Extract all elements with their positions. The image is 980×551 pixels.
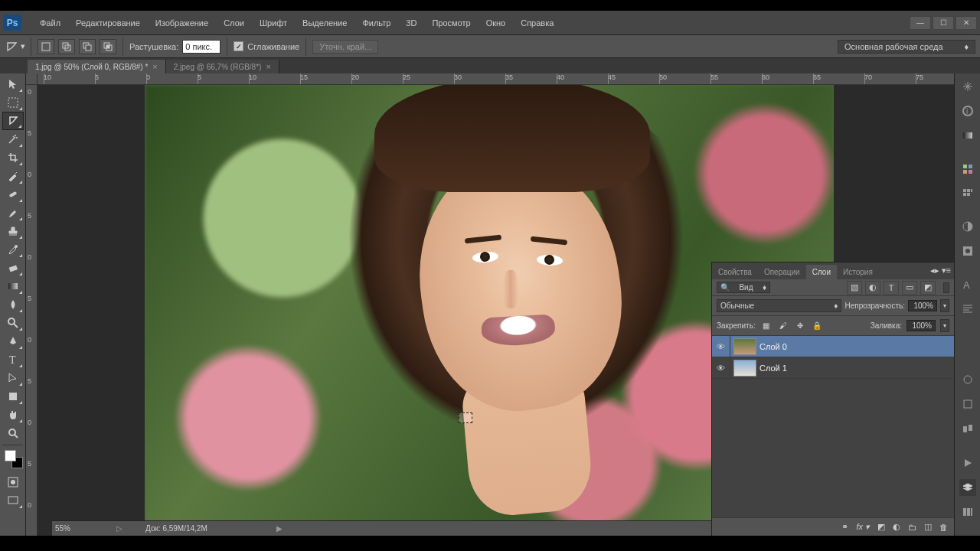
blend-mode-select[interactable]: Обычные♦ bbox=[717, 299, 841, 312]
filter-smart-icon[interactable]: ◩ bbox=[920, 281, 936, 295]
layer-name[interactable]: Слой 0 bbox=[760, 342, 787, 351]
channels-icon[interactable] bbox=[959, 504, 976, 520]
eyedropper-tool[interactable] bbox=[2, 167, 24, 185]
paragraph-icon[interactable] bbox=[959, 301, 976, 318]
layers-panel-icon[interactable] bbox=[959, 479, 976, 496]
color-icon[interactable] bbox=[959, 127, 976, 144]
window-maximize[interactable]: ☐ bbox=[933, 16, 954, 30]
actions-play-icon[interactable] bbox=[959, 455, 976, 471]
visibility-toggle-icon[interactable]: 👁 bbox=[712, 357, 730, 378]
lock-position-icon[interactable]: ✥ bbox=[794, 320, 806, 332]
layer-row[interactable]: 👁 Слой 0 bbox=[712, 336, 954, 357]
feather-input[interactable] bbox=[182, 40, 220, 54]
selection-add-icon[interactable] bbox=[58, 39, 75, 54]
document-tab-1[interactable]: 1.jpg @ 50% (Слой 0, RGB/8#) *× bbox=[28, 60, 166, 73]
brushes-icon[interactable] bbox=[959, 396, 976, 412]
menu-edit[interactable]: Редактирование bbox=[68, 14, 148, 32]
adjustments-icon[interactable] bbox=[959, 218, 976, 235]
close-tab-icon[interactable]: × bbox=[266, 62, 270, 71]
clone-source-icon[interactable] bbox=[959, 420, 976, 437]
gradient-tool[interactable] bbox=[2, 277, 24, 295]
opacity-input[interactable]: 100% bbox=[908, 300, 937, 311]
ruler-origin[interactable] bbox=[26, 73, 38, 85]
zoom-level[interactable]: 55% bbox=[55, 524, 93, 533]
layer-mask-icon[interactable]: ◩ bbox=[877, 522, 885, 532]
swatches-icon[interactable] bbox=[959, 161, 976, 178]
new-layer-icon[interactable]: ◫ bbox=[924, 522, 932, 532]
lock-all-icon[interactable]: 🔒 bbox=[811, 320, 823, 332]
close-tab-icon[interactable]: × bbox=[152, 62, 157, 71]
menu-select[interactable]: Выделение bbox=[295, 14, 354, 32]
adjustment-layer-icon[interactable]: ◐ bbox=[893, 522, 900, 532]
layer-fx-icon[interactable]: fx ▾ bbox=[856, 522, 870, 532]
layer-name[interactable]: Слой 1 bbox=[760, 364, 787, 373]
menu-view[interactable]: Просмотр bbox=[424, 14, 478, 32]
lasso-tool[interactable] bbox=[2, 112, 24, 130]
vertical-ruler[interactable]: 05050505050 bbox=[26, 85, 38, 536]
menu-filter[interactable]: Фильтр bbox=[354, 14, 398, 32]
styles-icon[interactable] bbox=[959, 185, 976, 202]
panel-menu-icon[interactable]: ▾≡ bbox=[942, 266, 951, 276]
tab-properties[interactable]: Свойства bbox=[712, 265, 758, 279]
selection-intersect-icon[interactable] bbox=[100, 39, 116, 54]
tab-history[interactable]: История bbox=[837, 265, 879, 279]
layer-filter-select[interactable]: 🔍Вид♦ bbox=[717, 282, 770, 293]
menu-3d[interactable]: 3D bbox=[398, 14, 424, 32]
masks-icon[interactable] bbox=[959, 243, 976, 259]
group-icon[interactable]: 🗀 bbox=[908, 523, 916, 532]
tab-layers[interactable]: Слои bbox=[806, 265, 837, 279]
path-select-tool[interactable] bbox=[2, 369, 24, 387]
workspace-selector[interactable]: Основная рабочая среда♦ bbox=[838, 40, 975, 54]
menu-help[interactable]: Справка bbox=[513, 14, 561, 32]
selection-subtract-icon[interactable] bbox=[79, 39, 96, 54]
menu-type[interactable]: Шрифт bbox=[252, 14, 295, 32]
pen-tool[interactable] bbox=[2, 332, 24, 350]
panel-collapse-icon[interactable]: ◂▸ bbox=[930, 266, 939, 276]
selection-new-icon[interactable] bbox=[38, 39, 54, 54]
window-minimize[interactable]: — bbox=[910, 16, 931, 30]
lock-transparent-icon[interactable]: ▦ bbox=[760, 320, 773, 332]
active-tool-icon[interactable]: ▾ bbox=[5, 38, 26, 55]
layer-thumbnail[interactable] bbox=[733, 360, 756, 377]
histogram-icon[interactable] bbox=[959, 78, 976, 95]
filter-image-icon[interactable]: ▧ bbox=[847, 281, 862, 295]
shape-tool[interactable] bbox=[2, 387, 24, 406]
menu-image[interactable]: Изображение bbox=[148, 14, 216, 32]
layer-thumbnail[interactable] bbox=[733, 338, 756, 355]
refine-edge-button[interactable]: Уточн. край... bbox=[312, 40, 378, 54]
visibility-toggle-icon[interactable]: 👁 bbox=[712, 336, 730, 357]
filter-toggle[interactable] bbox=[943, 282, 949, 293]
delete-layer-icon[interactable]: 🗑 bbox=[939, 523, 948, 532]
info-icon[interactable]: i bbox=[959, 103, 976, 119]
color-swatches[interactable] bbox=[5, 450, 23, 468]
lock-paint-icon[interactable]: 🖌 bbox=[777, 320, 789, 332]
screen-mode-toggle[interactable] bbox=[2, 491, 24, 510]
eraser-tool[interactable] bbox=[2, 259, 24, 277]
antialias-checkbox[interactable]: ✓ bbox=[234, 41, 243, 51]
layer-row[interactable]: 👁 Слой 1 bbox=[712, 357, 954, 379]
menu-window[interactable]: Окно bbox=[479, 14, 514, 32]
horizontal-ruler[interactable]: 105051015202530354045505560657075 bbox=[38, 73, 954, 85]
menu-layer[interactable]: Слои bbox=[216, 14, 252, 32]
dodge-tool[interactable] bbox=[2, 314, 24, 332]
fill-slider-toggle[interactable]: ▾ bbox=[940, 319, 949, 332]
move-tool[interactable] bbox=[2, 75, 24, 93]
zoom-tool[interactable] bbox=[2, 424, 24, 442]
quick-mask-toggle[interactable] bbox=[2, 473, 24, 491]
wand-tool[interactable] bbox=[2, 130, 24, 148]
stamp-tool[interactable] bbox=[2, 222, 24, 240]
document-tab-2[interactable]: 2.jpeg @ 66,7% (RGB/8*)× bbox=[166, 60, 279, 73]
healing-tool[interactable] bbox=[2, 185, 24, 204]
brush-tool[interactable] bbox=[2, 204, 24, 222]
window-close[interactable]: ✕ bbox=[956, 16, 977, 30]
tab-actions[interactable]: Операции bbox=[758, 265, 806, 279]
filter-shape-icon[interactable]: ▭ bbox=[902, 281, 917, 295]
menu-file[interactable]: Файл bbox=[32, 14, 68, 32]
filter-adjust-icon[interactable]: ◐ bbox=[865, 281, 880, 295]
opacity-slider-toggle[interactable]: ▾ bbox=[940, 299, 949, 312]
history-brush-tool[interactable] bbox=[2, 240, 24, 259]
filter-type-icon[interactable]: T bbox=[884, 281, 899, 295]
character-icon[interactable]: A bbox=[959, 276, 976, 293]
type-tool[interactable]: T bbox=[2, 350, 24, 369]
blur-tool[interactable] bbox=[2, 295, 24, 314]
